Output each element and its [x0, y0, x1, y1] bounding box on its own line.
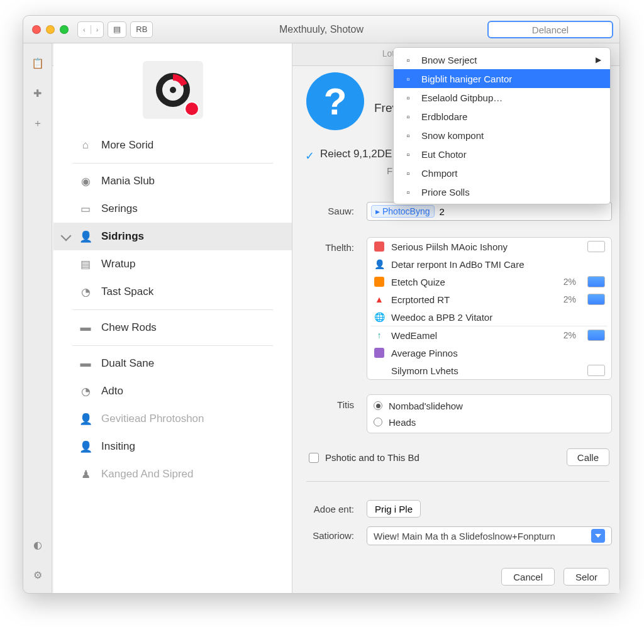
zoom-icon[interactable] — [60, 25, 69, 34]
thelth-list: Serious Piilsh MAoic Ishony👤Detar rerpon… — [367, 237, 612, 380]
folder-icon: ▬ — [79, 357, 92, 370]
sidebar-item[interactable]: ♟Kanged And Sipred — [53, 460, 292, 488]
adoe-label: Adoe ent: — [294, 504, 354, 514]
menu-item-label: Eselaold Gitpbup… — [421, 92, 502, 103]
stepper[interactable] — [587, 241, 605, 252]
token-pill[interactable]: ▸PhotocByng — [371, 205, 435, 218]
menu-item[interactable]: ▫Bnow Serject▶ — [394, 50, 610, 69]
checkbox[interactable] — [309, 453, 319, 463]
sidebar-item[interactable]: ▭Serings — [53, 195, 292, 223]
stepper[interactable] — [587, 365, 605, 376]
radio[interactable] — [374, 418, 382, 426]
checkmark-icon: ✓ — [305, 149, 314, 163]
list-item-percent: 2% — [564, 294, 576, 304]
close-icon[interactable] — [32, 25, 41, 34]
list-item-percent: 2% — [564, 277, 576, 287]
clipboard-icon[interactable]: 📋 — [31, 56, 45, 70]
contrast-icon[interactable]: ◐ — [31, 538, 45, 552]
menu-item-icon: ▫ — [402, 148, 414, 160]
sidebar-item[interactable]: 👤Gevitiead Phrotoshon — [53, 405, 292, 433]
list-item-label: Serious Piilsh MAoic Ishony — [391, 242, 508, 252]
menu-item-icon: ▫ — [402, 186, 414, 197]
stepper[interactable] — [587, 276, 605, 287]
list-item[interactable]: Average Pinnos — [367, 344, 611, 362]
stepper[interactable] — [587, 294, 605, 305]
list-item[interactable]: Etetch Quize2% — [367, 273, 611, 291]
token-label: PhotocByng — [382, 206, 430, 216]
chevron-down-icon[interactable] — [591, 529, 605, 543]
stepper[interactable] — [587, 330, 605, 341]
sidebar-item[interactable]: ⌂More Sorid — [53, 131, 292, 159]
toolbar-rb-button[interactable]: RB — [130, 21, 153, 38]
menu-item[interactable]: ▫Snow kompont — [394, 126, 610, 145]
list-item-label: Etetch Quize — [391, 277, 445, 287]
list-item[interactable]: ↑WedEamel2% — [367, 326, 611, 344]
sationow-value: Wiew! Main Ma th a Slidefoslnow+Fonpturn — [374, 531, 555, 541]
checkbox-row[interactable]: Pshotic and to This Bd — [309, 452, 419, 463]
sidebar-item[interactable]: 👤Insiting — [53, 433, 292, 460]
cancel-button[interactable]: Cancel — [501, 568, 555, 586]
sidebar-item-label: Kanged And Sipred — [101, 468, 194, 480]
sidebar-item[interactable]: ◔Adto — [53, 377, 292, 405]
camera-icon: ◉ — [79, 174, 92, 188]
list-item[interactable]: 👤Detar rerpont In AdBo TMI Care — [367, 255, 611, 273]
sauw-value: 2 — [440, 206, 445, 217]
sidebar-item-label: More Sorid — [101, 139, 153, 152]
sidebar-item[interactable]: ▤Wratup — [53, 250, 292, 278]
sidebar-item[interactable]: 👤Sidrings — [53, 223, 292, 250]
menu-item[interactable]: ▫Eut Chotor — [394, 145, 610, 164]
person-icon: 👤 — [79, 440, 92, 453]
sidebar-item[interactable]: ◉Mania Slub — [53, 167, 292, 195]
menu-item-label: Snow kompont — [421, 130, 484, 141]
menu-item-label: Priore Solls — [421, 187, 470, 197]
list-item[interactable]: ▲Ecrptorted RT2% — [367, 291, 611, 308]
list-item-icon: 👤 — [374, 258, 385, 270]
svg-point-1 — [170, 87, 176, 93]
sidebar-item-label: Insiting — [101, 440, 135, 453]
menu-item[interactable]: ▫Bigblit haniger Cantor — [394, 69, 610, 88]
list-item-icon — [374, 347, 385, 358]
clock-icon: ◔ — [79, 285, 92, 299]
plus-node-icon[interactable]: ✚ — [31, 86, 45, 100]
top-action-button[interactable]: Delancel — [487, 21, 613, 38]
menu-item[interactable]: ▫Eselaold Gitpbup… — [394, 88, 610, 107]
document-icon: ▤ — [113, 25, 121, 34]
sidebar-item[interactable]: ▬Chew Rods — [53, 314, 292, 341]
menu-item-icon: ▫ — [402, 130, 414, 141]
list-item-label: Ecrptorted RT — [391, 294, 450, 305]
menu-item[interactable]: ▫Chmport — [394, 164, 610, 182]
tag-icon: ▭ — [79, 202, 92, 216]
radio[interactable] — [374, 401, 382, 410]
menu-item[interactable]: ▫Priore Solls — [394, 182, 610, 201]
calle-button[interactable]: Calle — [567, 448, 609, 466]
sidebar-item[interactable]: ◔Tast Spack — [53, 278, 292, 306]
toolbar-doc-button[interactable]: ▤ — [108, 21, 126, 38]
sidebar-item[interactable]: ▬Dualt Sane — [53, 350, 292, 377]
thelth-label: Thelth: — [294, 242, 354, 253]
sauw-input[interactable]: ▸PhotocByng 2 — [367, 202, 612, 221]
list-item-icon — [374, 276, 385, 287]
selor-button[interactable]: Selor — [564, 568, 609, 586]
list-item[interactable]: 🌐Weedoc a BPB 2 Vitator — [367, 308, 611, 326]
list-item[interactable]: Silymorn Lvhets — [367, 362, 611, 379]
sidebar-item-label: Gevitiead Phrotoshon — [101, 413, 204, 425]
radio-label: Heads — [389, 417, 416, 428]
menu-item-icon: ▫ — [402, 167, 414, 179]
add-icon[interactable]: ＋ — [31, 116, 45, 130]
minimize-icon[interactable] — [46, 25, 55, 34]
gear-icon[interactable]: ⚙ — [31, 568, 45, 582]
menu-item-icon: ▫ — [402, 54, 414, 65]
sationow-select[interactable]: Wiew! Main Ma th a Slidefoslnow+Fonpturn — [367, 526, 612, 545]
adoe-button[interactable]: Prig i Ple — [367, 500, 421, 518]
sidebar-item-label: Dualt Sane — [101, 357, 154, 370]
menu-item-label: Chmport — [421, 168, 458, 179]
list-item-icon: 🌐 — [374, 311, 385, 323]
radio-row[interactable]: Nombad'slidehow — [374, 397, 605, 414]
menu-item[interactable]: ▫Erdblodare — [394, 107, 610, 126]
sidebar-item-label: Mania Slub — [101, 175, 155, 187]
nav-back-button[interactable]: ‹› — [77, 21, 104, 38]
radio-row[interactable]: Heads — [374, 414, 605, 430]
sidebar-item-label: Serings — [101, 203, 138, 215]
list-item[interactable]: Serious Piilsh MAoic Ishony — [367, 238, 611, 255]
sidebar-item-label: Chew Rods — [101, 321, 157, 334]
